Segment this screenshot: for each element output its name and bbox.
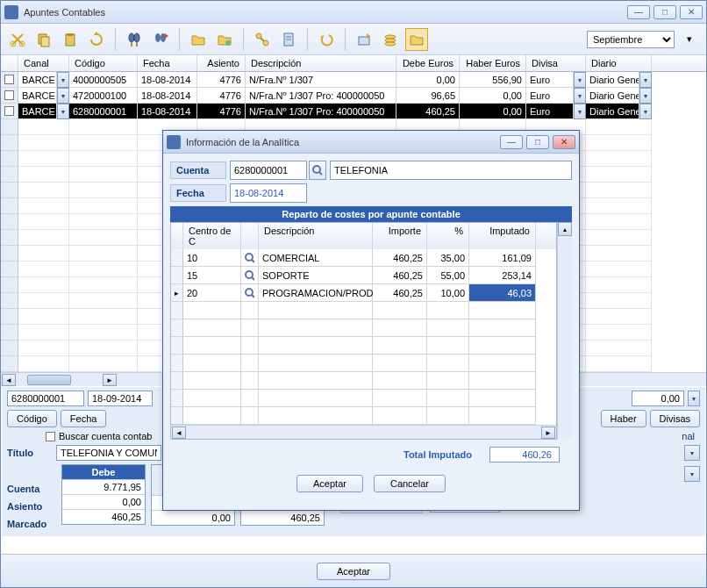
debe-header: Debe xyxy=(62,465,145,479)
doc-icon[interactable] xyxy=(277,28,300,51)
scroll-thumb[interactable] xyxy=(27,375,71,385)
undo-icon[interactable] xyxy=(315,28,338,51)
folder2-icon[interactable] xyxy=(213,28,236,51)
ag-col-importe[interactable]: Importe xyxy=(373,223,427,249)
analytic-row[interactable]: 15 SOPORTE 460,25 55,00 253,14 xyxy=(171,267,556,284)
nal-label: nal xyxy=(682,431,695,441)
modal-close-button[interactable]: ✕ xyxy=(553,135,575,149)
table-row[interactable]: BARCE▾ 4000000505 18-08-2014 4776 N/Fra.… xyxy=(1,72,706,88)
asiento-label: Asiento xyxy=(7,498,53,515)
row-checkbox[interactable] xyxy=(4,90,14,100)
link-icon[interactable] xyxy=(251,28,274,51)
svg-rect-5 xyxy=(68,33,73,36)
canal-dropdown-icon[interactable]: ▾ xyxy=(57,104,69,119)
dropdown3-icon[interactable]: ▾ xyxy=(684,466,700,482)
footer-aceptar-button[interactable]: Aceptar xyxy=(317,563,390,580)
analytic-row[interactable]: 10 COMERCIAL 460,25 35,00 161,09 xyxy=(171,249,556,267)
minimize-button[interactable]: — xyxy=(627,5,650,19)
codigo-button[interactable]: Código xyxy=(7,410,57,427)
ag-h-scrollbar[interactable]: ◄ ► xyxy=(171,425,556,439)
col-diario[interactable]: Diario xyxy=(586,55,652,71)
modal-aceptar-button[interactable]: Aceptar xyxy=(296,475,363,492)
dropdown-icon[interactable]: ▾ xyxy=(688,391,700,406)
diario-dropdown-icon[interactable]: ▾ xyxy=(639,88,652,104)
ag-col-pct[interactable]: % xyxy=(427,223,469,249)
svg-point-29 xyxy=(246,289,253,296)
modal-maximize-button[interactable]: □ xyxy=(526,135,549,149)
fecha-button[interactable]: Fecha xyxy=(61,410,107,427)
col-canal[interactable]: Canal xyxy=(18,55,69,71)
svg-point-22 xyxy=(385,42,396,46)
modal-cancelar-button[interactable]: Cancelar xyxy=(374,475,446,492)
buscar-checkbox[interactable] xyxy=(46,432,55,441)
folder1-icon[interactable] xyxy=(187,28,210,51)
maximize-button[interactable]: □ xyxy=(653,5,676,19)
svg-rect-8 xyxy=(131,42,132,47)
ag-v-scrollbar[interactable]: ▴ xyxy=(557,222,572,440)
paste-icon[interactable] xyxy=(59,28,82,51)
row-checkbox[interactable] xyxy=(4,106,14,116)
filter-fecha-input[interactable] xyxy=(88,391,153,406)
ag-scroll-right-icon[interactable]: ► xyxy=(541,427,555,439)
folder-open-icon[interactable] xyxy=(405,28,428,51)
svg-line-24 xyxy=(319,172,322,175)
refresh-icon[interactable] xyxy=(85,28,108,51)
find-icon[interactable] xyxy=(123,28,146,51)
divisas-button[interactable]: Divisas xyxy=(650,410,700,427)
scroll-left-icon[interactable]: ◄ xyxy=(2,374,16,386)
svg-rect-3 xyxy=(41,37,49,47)
marcado-label: Marcado xyxy=(7,515,53,533)
col-codigo[interactable]: Código xyxy=(69,55,138,71)
col-fecha[interactable]: Fecha xyxy=(138,55,197,71)
haber-button[interactable]: Haber xyxy=(601,410,646,427)
ag-col-imputado[interactable]: Imputado xyxy=(469,223,536,249)
table-row[interactable]: BARCE▾ 4720000100 18-08-2014 4776 N/Fra.… xyxy=(1,88,706,104)
modal-cuenta-input[interactable]: 6280000001 xyxy=(230,161,307,180)
svg-point-6 xyxy=(129,33,134,42)
diario-dropdown-icon[interactable]: ▾ xyxy=(639,72,652,88)
ag-scroll-up-icon[interactable]: ▴ xyxy=(558,222,572,236)
row-checkbox[interactable] xyxy=(4,75,14,84)
find-next-icon[interactable] xyxy=(149,28,172,51)
buscar-label: Buscar cuenta contab xyxy=(59,431,152,441)
copy-icon[interactable] xyxy=(32,28,55,51)
diario-dropdown-icon[interactable]: ▾ xyxy=(639,104,652,119)
table-row[interactable]: BARCE▾ 6280000001 18-08-2014 4776 N/Fra.… xyxy=(1,104,706,119)
divisa-dropdown-icon[interactable]: ▾ xyxy=(574,72,586,88)
toolbar-dropdown-icon[interactable]: ▾ xyxy=(678,28,701,51)
modal-minimize-button[interactable]: — xyxy=(500,135,523,149)
scroll-right-icon[interactable]: ► xyxy=(103,374,117,386)
modal-title: Información de la Analítica xyxy=(186,137,500,147)
col-divisa[interactable]: Divisa xyxy=(526,55,586,71)
svg-line-15 xyxy=(261,38,264,41)
analytic-row[interactable]: ▸ 20 PROGRAMACION/PRODUC 460,25 10,00 46… xyxy=(171,284,556,302)
coins-icon[interactable] xyxy=(379,28,402,51)
col-descripcion[interactable]: Descripción xyxy=(246,55,396,71)
modal-fecha-input[interactable]: 18-08-2014 xyxy=(230,183,307,203)
dropdown2-icon[interactable]: ▾ xyxy=(684,445,700,461)
titulo-input[interactable] xyxy=(56,445,161,461)
filter-codigo-input[interactable] xyxy=(7,391,84,406)
divisa-dropdown-icon[interactable]: ▾ xyxy=(574,104,586,119)
col-asiento[interactable]: Asiento xyxy=(197,55,246,71)
ag-col-centro[interactable]: Centro de C xyxy=(183,223,241,249)
modal-cuenta-name[interactable]: TELEFONIA xyxy=(330,161,572,180)
col-haber[interactable]: Haber Euros xyxy=(460,55,526,71)
svg-point-23 xyxy=(313,166,320,173)
lookup-icon[interactable] xyxy=(309,161,326,180)
month-select[interactable]: Septiembre xyxy=(587,31,675,48)
cuenta-label: Cuenta xyxy=(7,480,53,498)
close-button[interactable]: ✕ xyxy=(680,5,703,19)
marcado-c3-val: 460,25 xyxy=(241,510,324,525)
ag-col-desc[interactable]: Descripción xyxy=(259,223,373,249)
export-icon[interactable] xyxy=(353,28,375,51)
cut-icon[interactable] xyxy=(6,28,29,51)
svg-line-28 xyxy=(252,277,254,280)
canal-dropdown-icon[interactable]: ▾ xyxy=(57,72,69,88)
divisa-dropdown-icon[interactable]: ▾ xyxy=(574,88,586,104)
ag-scroll-left-icon[interactable]: ◄ xyxy=(172,427,186,439)
section-header: Reparto de costes por apunte contable xyxy=(170,206,572,222)
col-debe[interactable]: Debe Euros xyxy=(396,55,460,71)
canal-dropdown-icon[interactable]: ▾ xyxy=(57,88,69,104)
filter-right-input[interactable] xyxy=(632,391,684,406)
